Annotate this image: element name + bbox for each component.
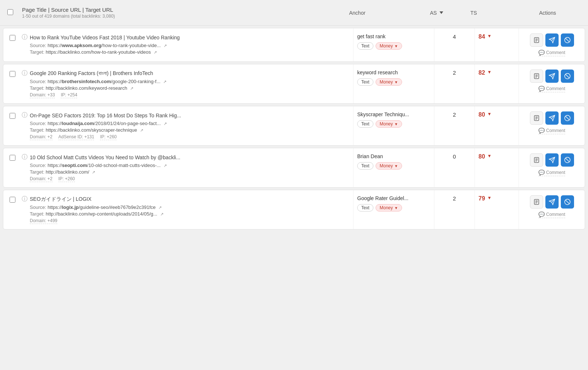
- badge-money[interactable]: Money ▼: [376, 120, 402, 128]
- report-button[interactable]: [530, 70, 543, 83]
- comment-button[interactable]: 💬 Comment: [538, 50, 565, 56]
- row-title-line: ⓘ SEOガイドライン | LOGIX: [22, 195, 349, 203]
- help-icon[interactable]: ⓘ: [22, 153, 28, 161]
- money-chevron-icon: ▼: [394, 44, 398, 48]
- header-checkbox-col: [7, 9, 22, 16]
- help-icon[interactable]: ⓘ: [22, 33, 28, 41]
- report-button[interactable]: [530, 33, 543, 47]
- row-checkbox-col: [3, 64, 22, 103]
- as-value: 0: [453, 153, 456, 160]
- badge-text[interactable]: Text: [357, 204, 373, 211]
- row-title-line: ⓘ 10 Old School Matt Cutts Videos You Ne…: [22, 153, 349, 161]
- meta-item[interactable]: Domain: +2: [30, 134, 53, 140]
- anchor-text: get fast rank: [357, 33, 430, 39]
- row-checkbox-3[interactable]: [10, 155, 15, 161]
- row-checkbox-1[interactable]: [10, 71, 15, 77]
- report-button[interactable]: [530, 111, 543, 125]
- row-target-url: Target: http://backlinko.com/ ↗: [22, 169, 349, 175]
- source-ext-icon[interactable]: ↗: [164, 163, 167, 168]
- row-ts-col: 82 ▼: [474, 64, 519, 103]
- send-button[interactable]: [545, 195, 559, 209]
- comment-icon: 💬: [538, 128, 545, 134]
- help-icon[interactable]: ⓘ: [22, 195, 28, 203]
- row-ts-col: 79 ▼: [474, 190, 519, 229]
- ts-chevron-icon[interactable]: ▼: [487, 111, 492, 117]
- meta-item[interactable]: IP: +260: [100, 134, 116, 140]
- source-ext-icon[interactable]: ↗: [158, 205, 162, 210]
- select-all-checkbox[interactable]: [7, 9, 13, 15]
- ts-chevron-icon[interactable]: ▼: [487, 33, 492, 39]
- source-ext-icon[interactable]: ↗: [164, 121, 167, 126]
- ts-chevron-icon[interactable]: ▼: [487, 70, 492, 75]
- help-icon[interactable]: ⓘ: [22, 70, 28, 77]
- disavow-button[interactable]: [561, 195, 574, 209]
- target-ext-icon[interactable]: ↗: [92, 170, 95, 174]
- disavow-button[interactable]: [561, 70, 574, 83]
- ts-chevron-icon[interactable]: ▼: [487, 195, 492, 200]
- badge-text[interactable]: Text: [357, 162, 373, 170]
- row-source-url: Source: https://loudnaija.com/2018/01/24…: [22, 121, 349, 126]
- target-ext-icon[interactable]: ↗: [130, 86, 133, 90]
- row-anchor-col: keyword research Text Money ▼: [353, 64, 434, 103]
- send-button[interactable]: [545, 153, 559, 167]
- badge-money[interactable]: Money ▼: [376, 78, 402, 86]
- meta-item[interactable]: Domain: +499: [30, 218, 57, 224]
- badge-money[interactable]: Money ▼: [376, 162, 402, 170]
- row-as-col: 0: [434, 148, 474, 187]
- row-title: How to Rank YouTube Videos Fast 2018 | Y…: [30, 35, 180, 40]
- source-ext-icon[interactable]: ↗: [164, 43, 167, 48]
- row-as-col: 2: [434, 106, 474, 145]
- row-ts-col: 80 ▼: [474, 106, 519, 145]
- ts-value: 80: [478, 153, 485, 160]
- report-button[interactable]: [530, 195, 543, 209]
- comment-button[interactable]: 💬 Comment: [538, 170, 565, 176]
- comment-button[interactable]: 💬 Comment: [538, 128, 565, 134]
- row-actions-col: 💬 Comment: [519, 106, 585, 145]
- row-target-url: Target: https://backlinko.com/how-to-ran…: [22, 49, 349, 55]
- row-target-url: Target: http://backlinko.com/wp-content/…: [22, 211, 349, 217]
- meta-item[interactable]: IP: +254: [61, 92, 77, 98]
- row-checkbox-2[interactable]: [10, 113, 15, 119]
- target-ext-icon[interactable]: ↗: [160, 212, 164, 216]
- report-button[interactable]: [530, 153, 543, 167]
- target-ext-icon[interactable]: ↗: [140, 128, 143, 132]
- svg-line-7: [565, 38, 569, 42]
- target-ext-icon[interactable]: ↗: [154, 50, 157, 54]
- meta-item[interactable]: Domain: +33: [30, 92, 55, 98]
- send-button[interactable]: [545, 70, 559, 83]
- row-anchor-col: Skyscraper Techniqu... Text Money ▼: [353, 106, 434, 145]
- disavow-button[interactable]: [561, 111, 574, 125]
- comment-button[interactable]: 💬 Comment: [538, 211, 565, 218]
- source-ext-icon[interactable]: ↗: [163, 79, 166, 84]
- row-anchor-col: Brian Dean Text Money ▼: [353, 148, 434, 187]
- badge-text[interactable]: Text: [357, 120, 373, 128]
- badge-money[interactable]: Money ▼: [376, 42, 402, 50]
- send-button[interactable]: [545, 33, 559, 47]
- action-buttons: [530, 33, 574, 47]
- ts-chevron-icon[interactable]: ▼: [487, 153, 492, 159]
- table-row: ⓘ SEOガイドライン | LOGIX Source: https://logi…: [3, 190, 585, 230]
- row-checkbox-0[interactable]: [10, 35, 15, 41]
- send-button[interactable]: [545, 111, 559, 125]
- badge-money[interactable]: Money ▼: [376, 204, 402, 211]
- header-as-sortable[interactable]: AS: [430, 10, 470, 16]
- target-label: Target:: [30, 49, 46, 55]
- row-actions-col: 💬 Comment: [519, 28, 585, 61]
- header-subtitle: 1-50 out of 419 domains (total backlinks…: [22, 14, 349, 19]
- row-checkbox-4[interactable]: [10, 197, 15, 203]
- meta-item[interactable]: IP: +260: [58, 176, 75, 182]
- money-chevron-icon: ▼: [394, 206, 398, 210]
- svg-line-15: [565, 74, 569, 78]
- help-icon[interactable]: ⓘ: [22, 111, 28, 119]
- header-title-main: Page Title | Source URL | Target URL: [22, 7, 349, 13]
- badge-text[interactable]: Text: [357, 42, 373, 50]
- row-source-url: Source: https://seopti.com/10-old-school…: [22, 163, 349, 168]
- meta-item[interactable]: Domain: +2: [30, 176, 53, 182]
- comment-button[interactable]: 💬 Comment: [538, 86, 565, 92]
- action-buttons: [530, 70, 574, 83]
- disavow-button[interactable]: [561, 33, 574, 47]
- table-header: Page Title | Source URL | Target URL 1-5…: [0, 0, 588, 26]
- disavow-button[interactable]: [561, 153, 574, 167]
- badge-text[interactable]: Text: [357, 78, 373, 86]
- meta-item[interactable]: AdSense ID: +131: [58, 134, 94, 140]
